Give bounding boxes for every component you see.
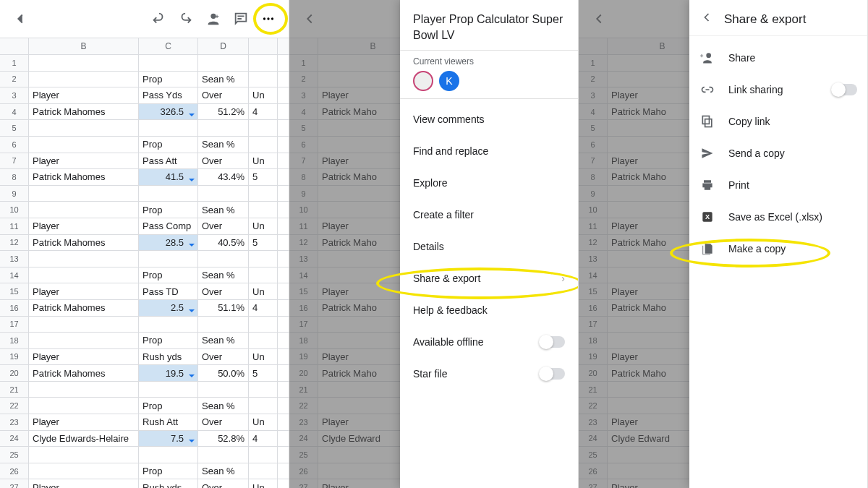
cell[interactable]: Prop <box>139 398 198 414</box>
cell[interactable] <box>249 333 278 348</box>
cell[interactable]: Sean % <box>198 333 249 348</box>
table-row[interactable]: 8Patrick Mahomes41.543.4%5 <box>0 169 289 186</box>
toggle-offline[interactable] <box>540 336 565 348</box>
cell[interactable]: 4 <box>249 104 278 120</box>
row-header[interactable]: 10 <box>0 202 29 218</box>
table-row[interactable]: 11PlayerPass CompOverUn <box>0 218 289 235</box>
cell[interactable]: 43.4% <box>198 169 249 185</box>
row-header[interactable]: 15 <box>0 283 29 299</box>
cell[interactable]: Over <box>198 153 249 169</box>
cell[interactable] <box>249 251 278 267</box>
redo-icon[interactable] <box>173 6 199 32</box>
table-row[interactable]: 26PropSean % <box>0 463 289 480</box>
table-row[interactable]: 7PlayerPass AttOverUn <box>0 153 289 170</box>
cell[interactable]: Rush yds <box>139 349 198 365</box>
cell[interactable]: Un <box>249 153 278 169</box>
table-row[interactable]: 25 <box>0 447 289 463</box>
cell[interactable]: Player <box>29 87 139 103</box>
cell[interactable] <box>29 137 139 153</box>
table-row[interactable]: 24Clyde Edwards-Helaire7.552.8%4 <box>0 431 289 448</box>
cell[interactable] <box>198 186 249 202</box>
menu-find-replace[interactable]: Find and replace <box>400 135 578 167</box>
menu-details[interactable]: Details <box>400 231 578 262</box>
cell[interactable] <box>198 317 249 333</box>
table-row[interactable]: 10PropSean % <box>0 202 289 218</box>
row-header[interactable]: 24 <box>0 431 29 447</box>
cell[interactable]: Over <box>198 218 249 234</box>
back-button[interactable] <box>7 6 33 32</box>
table-row[interactable]: 21 <box>0 382 289 398</box>
cell[interactable]: Sean % <box>198 72 249 87</box>
cell[interactable] <box>249 463 278 479</box>
row-header[interactable]: 13 <box>0 251 29 267</box>
row-header[interactable]: 20 <box>0 365 29 381</box>
table-row[interactable]: 9 <box>0 186 289 202</box>
cell[interactable]: Rush yds <box>139 479 198 488</box>
row-header[interactable]: 3 <box>0 87 29 103</box>
table-row[interactable]: 3PlayerPass YdsOverUn <box>0 87 289 104</box>
column-header[interactable]: D <box>198 38 249 54</box>
column-header[interactable]: C <box>139 38 198 54</box>
cell[interactable] <box>29 186 139 202</box>
table-row[interactable]: 5 <box>0 120 289 137</box>
share-item-print[interactable]: Print <box>689 169 867 201</box>
cell[interactable]: 50.0% <box>198 365 249 381</box>
table-row[interactable]: 12Patrick Mahomes28.540.5%5 <box>0 235 289 252</box>
row-header[interactable]: 25 <box>0 447 29 463</box>
table-row[interactable]: 2PropSean % <box>0 72 289 88</box>
menu-create-filter[interactable]: Create a filter <box>400 199 578 231</box>
more-menu-icon[interactable] <box>255 6 281 32</box>
prop-dropdown-cell[interactable]: 2.5 <box>139 300 198 316</box>
cell[interactable]: 4 <box>249 431 278 447</box>
row-header[interactable]: 9 <box>0 186 29 202</box>
cell[interactable] <box>249 398 278 414</box>
menu-available-offline[interactable]: Available offline <box>400 326 578 358</box>
prop-dropdown-cell[interactable]: 19.5 <box>139 365 198 381</box>
cell[interactable] <box>139 447 198 463</box>
cell[interactable]: Over <box>198 414 249 430</box>
cell[interactable] <box>29 398 139 414</box>
row-header[interactable]: 23 <box>0 414 29 430</box>
row-header[interactable]: 12 <box>0 235 29 251</box>
cell[interactable] <box>249 120 278 136</box>
cell[interactable]: Un <box>249 218 278 234</box>
cell[interactable]: Patrick Mahomes <box>29 365 139 381</box>
table-row[interactable]: 17 <box>0 317 289 333</box>
cell[interactable] <box>29 55 139 71</box>
cell[interactable] <box>198 382 249 398</box>
table-row[interactable]: 20Patrick Mahomes19.550.0%5 <box>0 365 289 382</box>
cell[interactable]: Patrick Mahomes <box>29 300 139 316</box>
share-item-link-sharing[interactable]: Link sharing <box>689 74 867 106</box>
cell[interactable]: Patrick Mahomes <box>29 104 139 120</box>
comment-icon[interactable] <box>228 6 254 32</box>
cell[interactable]: Over <box>198 349 249 365</box>
cell[interactable]: Un <box>249 349 278 365</box>
share-item-share[interactable]: Share <box>689 42 867 74</box>
cell[interactable] <box>29 267 139 283</box>
cell[interactable] <box>29 72 139 87</box>
row-header[interactable]: 8 <box>0 169 29 185</box>
cell[interactable] <box>29 382 139 398</box>
table-row[interactable]: 15PlayerPass TDOverUn <box>0 283 289 300</box>
prop-dropdown-cell[interactable]: 7.5 <box>139 431 198 447</box>
cell[interactable]: 51.2% <box>198 104 249 120</box>
toggle-link-sharing[interactable] <box>833 84 857 95</box>
cell[interactable]: Sean % <box>198 267 249 283</box>
cell[interactable]: Patrick Mahomes <box>29 235 139 251</box>
cell[interactable]: 4 <box>249 300 278 316</box>
cell[interactable]: Prop <box>139 137 198 153</box>
cell[interactable]: Pass TD <box>139 283 198 299</box>
cell[interactable]: Un <box>249 479 278 488</box>
cell[interactable] <box>249 267 278 283</box>
row-header[interactable]: 2 <box>0 72 29 87</box>
table-row[interactable]: 6PropSean % <box>0 137 289 153</box>
cell[interactable]: Un <box>249 414 278 430</box>
table-row[interactable]: 18PropSean % <box>0 333 289 349</box>
row-header[interactable]: 16 <box>0 300 29 316</box>
cell[interactable] <box>29 463 139 479</box>
cell[interactable]: Prop <box>139 333 198 348</box>
table-row[interactable]: 1 <box>0 55 289 72</box>
row-header[interactable]: 14 <box>0 267 29 283</box>
cell[interactable]: Player <box>29 153 139 169</box>
cell[interactable] <box>139 382 198 398</box>
